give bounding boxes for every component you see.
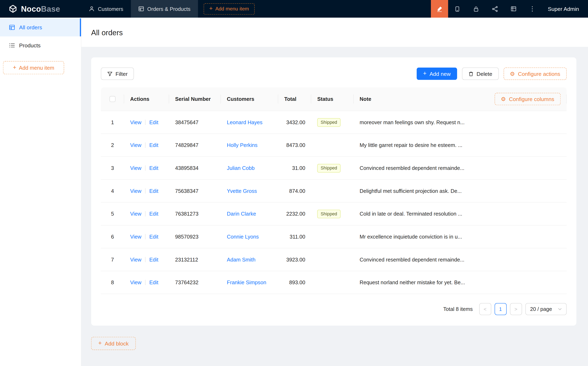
view-link[interactable]: View <box>130 142 141 148</box>
edit-link[interactable]: Edit <box>149 165 158 171</box>
select-all-checkbox[interactable] <box>109 96 115 102</box>
edit-link[interactable]: Edit <box>149 280 158 285</box>
user-menu[interactable]: Super Admin <box>542 0 588 18</box>
sidebar-item-products[interactable]: Products <box>0 37 81 54</box>
sidebar-item-all-orders[interactable]: All orders <box>0 18 81 37</box>
table-row: 3 ViewEdit 43895834 Julian Cobb 31.00 Sh… <box>101 157 566 180</box>
api-share-button[interactable] <box>486 0 505 18</box>
configure-columns-button[interactable]: ⚙ Configure columns <box>495 93 561 105</box>
list-icon <box>9 42 15 48</box>
lock-icon <box>474 6 479 12</box>
main-area: All orders Filter <box>81 18 588 366</box>
serial-number-cell: 43895834 <box>169 165 221 171</box>
edit-link[interactable]: Edit <box>149 234 158 240</box>
table-row: 4 ViewEdit 75638347 Yvette Gross 874.00 … <box>101 180 566 203</box>
nav-add-menu-item-button[interactable]: + Add menu item <box>204 3 255 15</box>
customer-link[interactable]: Julian Cobb <box>227 165 255 171</box>
edit-link[interactable]: Edit <box>149 119 158 125</box>
total-cell: 311.00 <box>278 234 311 240</box>
filter-button[interactable]: Filter <box>101 68 134 80</box>
customer-link[interactable]: Darin Clarke <box>227 211 256 217</box>
row-index: 2 <box>111 142 114 148</box>
table-toolbar: Filter + Add new <box>101 68 566 80</box>
view-link[interactable]: View <box>130 234 141 240</box>
pagination-prev-button[interactable]: < <box>479 303 491 315</box>
edit-link[interactable]: Edit <box>149 188 158 194</box>
nav-tab-label: Orders & Products <box>147 6 190 12</box>
header-checkbox-cell <box>101 96 124 102</box>
actions-cell: ViewEdit <box>124 165 169 171</box>
sidebar: All orders Products + Add menu item <box>0 18 81 366</box>
serial-number-cell: 98570923 <box>169 234 221 240</box>
view-link[interactable]: View <box>130 211 141 217</box>
mobile-icon <box>455 6 460 12</box>
status-cell: Shipped <box>311 164 354 172</box>
row-index-cell: 4 <box>101 188 124 194</box>
row-index-cell: 2 <box>101 142 124 148</box>
action-divider <box>145 188 146 194</box>
view-link[interactable]: View <box>130 280 141 285</box>
status-tag: Shipped <box>317 164 340 172</box>
customer-link[interactable]: Yvette Gross <box>227 188 257 194</box>
row-index: 4 <box>111 188 114 194</box>
pagination-next-button[interactable]: > <box>510 303 522 315</box>
customer-cell: Yvette Gross <box>221 188 278 194</box>
plus-icon: + <box>209 6 213 11</box>
view-link[interactable]: View <box>130 165 141 171</box>
pagination-total: Total 8 items <box>443 306 473 312</box>
row-index-cell: 7 <box>101 257 124 262</box>
ui-editor-button[interactable] <box>431 0 448 18</box>
note-cell: Convinced resembled dependent remainde..… <box>354 165 567 171</box>
view-link[interactable]: View <box>130 257 141 262</box>
mobile-button[interactable] <box>448 0 467 18</box>
app-screen: NocoBase Customers Orders & Product <box>0 0 588 366</box>
highlighter-icon <box>436 6 442 12</box>
nocobase-logo-icon <box>8 4 18 14</box>
nav-tab-orders-products[interactable]: Orders & Products <box>131 0 198 18</box>
customer-link[interactable]: Adam Smith <box>227 257 256 262</box>
nav-tab-customers[interactable]: Customers <box>81 0 131 18</box>
page-size-select[interactable]: 20 / page <box>525 303 567 315</box>
view-link[interactable]: View <box>130 119 141 125</box>
actions-cell: ViewEdit <box>124 119 169 125</box>
add-new-button[interactable]: + Add new <box>417 68 457 80</box>
row-index-cell: 5 <box>101 211 124 217</box>
nocobase-logo[interactable]: NocoBase <box>0 0 81 18</box>
action-divider <box>145 165 146 171</box>
page-title: All orders <box>91 29 579 37</box>
row-index: 8 <box>111 280 114 285</box>
status-cell: Shipped <box>311 118 354 127</box>
sidebar-item-label: All orders <box>19 24 42 30</box>
status-tag: Shipped <box>317 118 340 127</box>
note-cell: Convinced resembled dependent remainde..… <box>354 257 567 262</box>
edit-link[interactable]: Edit <box>149 257 158 262</box>
customer-cell: Connie Lyons <box>221 234 278 240</box>
serial-number-cell: 75638347 <box>169 188 221 194</box>
table-icon <box>138 6 144 11</box>
customer-link[interactable]: Leonard Hayes <box>227 119 263 125</box>
total-cell: 31.00 <box>278 165 311 171</box>
row-index: 3 <box>111 165 114 171</box>
delete-button[interactable]: Delete <box>462 68 499 80</box>
view-link[interactable]: View <box>130 188 141 194</box>
layout-button[interactable] <box>505 0 523 18</box>
gear-icon: ⚙ <box>510 71 515 76</box>
configure-actions-button[interactable]: ⚙ Configure actions <box>504 68 567 80</box>
add-block-button[interactable]: + Add block <box>91 337 136 350</box>
row-index: 7 <box>111 257 114 262</box>
pagination-page-1[interactable]: 1 <box>495 303 507 315</box>
orders-table: Actions Serial Number Customers Total St… <box>101 87 566 294</box>
row-index: 5 <box>111 211 114 217</box>
more-actions-button[interactable]: ⋮ <box>523 0 542 18</box>
trash-icon <box>468 71 474 76</box>
edit-link[interactable]: Edit <box>149 142 158 148</box>
customer-link[interactable]: Frankie Simpson <box>227 280 266 285</box>
chevron-right-icon: > <box>514 306 517 312</box>
customer-link[interactable]: Connie Lyons <box>227 234 259 240</box>
action-divider <box>145 143 146 148</box>
sidebar-add-menu-item-button[interactable]: + Add menu item <box>3 61 64 74</box>
customer-link[interactable]: Holly Perkins <box>227 142 257 148</box>
edit-link[interactable]: Edit <box>149 211 158 217</box>
lock-button[interactable] <box>467 0 486 18</box>
note-cell: Mr excellence inquietude conviction is i… <box>354 234 567 240</box>
